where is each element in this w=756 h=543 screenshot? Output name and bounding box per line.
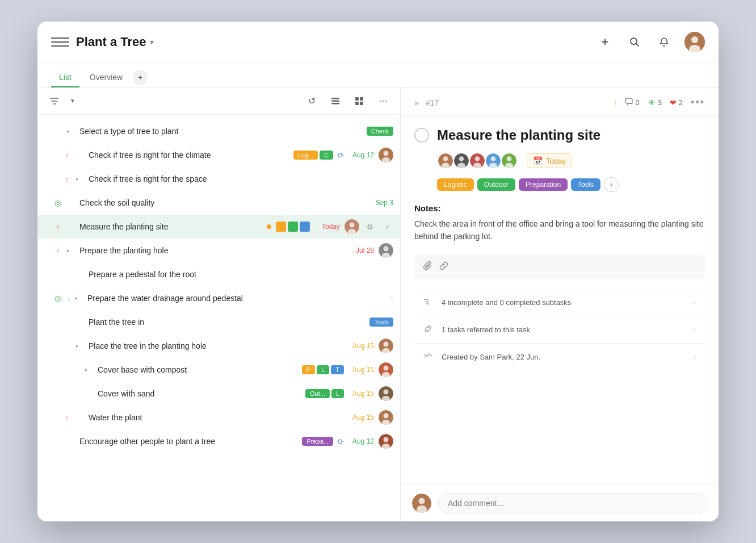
task-row[interactable]: Cover with sand Out... L Aug 15 xyxy=(37,382,400,406)
detail-tag-logistic[interactable]: Logistic xyxy=(437,178,474,191)
task-name: Check if tree is right for the climate xyxy=(89,151,289,160)
tab-list[interactable]: List xyxy=(51,68,79,87)
project-dropdown-icon[interactable]: ▾ xyxy=(150,37,154,47)
heart-meta: ❤ 2 xyxy=(670,98,683,107)
assignee-avatar xyxy=(437,152,454,169)
referred-row[interactable]: 1 tasks referred to this task › xyxy=(414,316,705,343)
expand-icon[interactable]: ▸ xyxy=(67,128,75,134)
task-tag: L xyxy=(317,365,329,374)
color-tag-green xyxy=(288,222,298,232)
task-date: Aug 15 xyxy=(348,366,374,374)
task-tag: P xyxy=(302,365,315,374)
task-name: Measure the planting site xyxy=(79,222,262,231)
task-row[interactable]: Plant the tree in Tools xyxy=(37,310,400,334)
list-view-button[interactable] xyxy=(327,93,343,109)
activity-icon xyxy=(423,352,435,362)
detail-more-button[interactable]: ••• xyxy=(691,97,705,108)
task-avatar xyxy=(379,386,393,401)
svg-rect-52 xyxy=(424,299,429,300)
search-button[interactable] xyxy=(625,33,644,51)
subtasks-row[interactable]: 4 incomplete and 0 completed subtasks › xyxy=(414,289,705,316)
expand-icon[interactable]: ▸ xyxy=(76,176,84,182)
task-row[interactable]: ◎ ↓ ▸ Prepare the water drainage around … xyxy=(37,286,400,310)
priority-icon: ◎ xyxy=(53,294,62,303)
assignee-avatar xyxy=(501,152,518,169)
task-date: Jul 28 xyxy=(348,247,374,254)
footer-user-avatar xyxy=(412,494,431,513)
task-name: Prepare a pedestal for the root xyxy=(89,270,393,279)
row-settings-button[interactable]: ⚙ xyxy=(364,220,376,233)
task-row[interactable]: ↑ Water the plant Aug 15 xyxy=(37,406,400,429)
sync-icon: ⟳ xyxy=(338,151,344,160)
task-row[interactable]: ↑ Check if tree is right for the climate… xyxy=(37,143,400,167)
task-complete-checkbox[interactable] xyxy=(414,128,429,143)
detail-info-rows: 4 incomplete and 0 completed subtasks › … xyxy=(414,289,705,370)
sync-icon: ⟳ xyxy=(338,437,344,446)
task-row[interactable]: ◎ Check the soil quality Sep 3 xyxy=(37,191,400,215)
toolbar-left: ▾ xyxy=(47,93,81,109)
task-date: Today xyxy=(314,223,340,231)
svg-point-16 xyxy=(350,223,355,228)
task-row[interactable]: ▸ Place the tree in the planting hole Au… xyxy=(37,334,400,358)
notes-title: Notes: xyxy=(414,203,705,213)
tab-add-button[interactable]: + xyxy=(133,70,148,85)
add-button[interactable]: + xyxy=(596,33,614,51)
filter-dropdown[interactable]: ▾ xyxy=(65,93,81,109)
comment-input[interactable] xyxy=(438,493,707,513)
detail-task-number: #17 xyxy=(426,98,439,107)
svg-point-25 xyxy=(384,366,389,371)
refresh-button[interactable]: ↺ xyxy=(304,93,320,109)
task-row[interactable]: ▸ Cover base with compost P L T Aug 15 xyxy=(37,358,400,382)
expand-icon[interactable]: ▸ xyxy=(76,343,84,349)
detail-assignees-row: 📅 Today xyxy=(414,152,705,169)
detail-expand-icon[interactable]: » xyxy=(414,98,419,107)
task-row[interactable]: ↑ ▸ Prepare the planting hole Jul 28 xyxy=(37,239,400,262)
svg-rect-5 xyxy=(331,98,339,99)
priority-icon: ↑ xyxy=(62,151,72,160)
task-row[interactable]: ↑ ▸ Check if tree is right for the space xyxy=(37,167,400,191)
expand-icon[interactable]: ▸ xyxy=(75,295,83,301)
priority-icon: ↑ xyxy=(53,247,62,255)
task-tag: C xyxy=(320,151,333,160)
svg-point-47 xyxy=(491,156,496,161)
task-row[interactable]: ↑ Measure the planting site Today ⚙ + xyxy=(37,215,400,239)
expand-icon[interactable]: ▸ xyxy=(67,248,75,253)
svg-point-19 xyxy=(384,247,389,252)
referred-arrow: › xyxy=(693,325,696,334)
detail-tag-outdoor[interactable]: Outdoor xyxy=(477,178,515,191)
task-date: Aug 15 xyxy=(348,413,374,421)
comment-meta: 0 xyxy=(625,98,639,107)
task-name: Check if tree is right for the space xyxy=(89,174,393,183)
task-row[interactable]: Prepare a pedestal for the root xyxy=(37,262,400,286)
task-row[interactable]: ▸ Select a type of tree to plant Check xyxy=(37,119,400,143)
detail-tag-preparation[interactable]: Preparation xyxy=(519,178,568,191)
grid-view-button[interactable] xyxy=(351,93,367,109)
detail-tag-tools[interactable]: Tools xyxy=(571,178,600,191)
menu-button[interactable] xyxy=(51,33,69,51)
expand-icon[interactable]: ▸ xyxy=(85,367,93,373)
add-tag-button[interactable]: + xyxy=(604,177,619,192)
task-date: Aug 12 xyxy=(348,437,374,445)
svg-line-1 xyxy=(636,43,639,46)
paperclip-icon[interactable] xyxy=(423,261,432,273)
due-date-label: Today xyxy=(546,157,566,165)
priority-icon: ↑ xyxy=(62,175,72,183)
watch-icon: 👁 xyxy=(648,98,656,107)
notification-button[interactable] xyxy=(655,33,673,51)
user-avatar[interactable] xyxy=(684,32,705,52)
link-icon[interactable] xyxy=(439,261,448,273)
toolbar-right: ↺ ⋯ xyxy=(304,93,391,109)
task-tag: Out... xyxy=(305,389,330,398)
filter-button[interactable] xyxy=(47,93,62,109)
due-date-badge[interactable]: 📅 Today xyxy=(527,153,572,168)
task-row[interactable]: Encourage other people to plant a tree P… xyxy=(37,429,400,453)
tab-overview[interactable]: Overview xyxy=(82,68,131,87)
created-row[interactable]: Created by Sam Park, 22 Jun. › xyxy=(414,343,705,370)
task-date: Aug 15 xyxy=(348,390,374,398)
task-avatar xyxy=(379,410,393,425)
task-avatar xyxy=(379,362,393,377)
more-options-button[interactable]: ⋯ xyxy=(375,93,391,109)
svg-rect-9 xyxy=(360,97,363,101)
row-add-button[interactable]: + xyxy=(381,220,393,233)
task-tags: P L T xyxy=(302,365,344,374)
